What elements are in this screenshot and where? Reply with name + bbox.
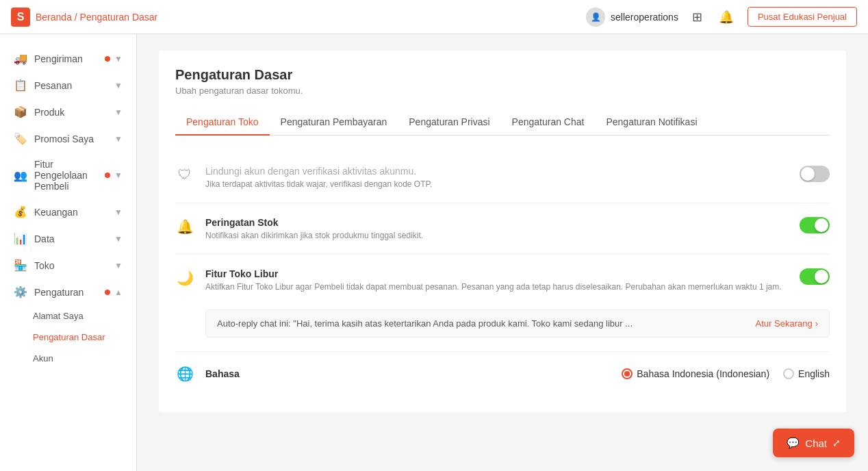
toggle-track [800, 217, 830, 233]
sidebar-item-alamat[interactable]: Alamat Saya [0, 305, 136, 327]
finance-icon: 💰 [14, 205, 27, 218]
setting-stok: 🔔 Peringatan Stok Notifikasi akan dikiri… [175, 203, 830, 255]
setting-title: Fitur Toko Libur [205, 268, 789, 279]
chevron-down-icon: ▼ [114, 207, 123, 217]
sidebar-item-label: Pengaturan [34, 287, 84, 298]
auto-reply-box: Auto-reply chat ini: "Hai, terima kasih … [205, 309, 830, 338]
radio-circle [622, 368, 633, 379]
orders-icon: 📋 [14, 79, 27, 92]
toggle-thumb [801, 167, 815, 181]
sidebar-item-produk[interactable]: 📦 Produk ▼ [0, 99, 136, 125]
toggle-thumb [815, 218, 828, 232]
sidebar-item-label: Fitur Pengelolaan Pembeli [34, 159, 105, 192]
avatar: 👤 [586, 8, 605, 27]
product-icon: 📦 [14, 105, 27, 118]
grid-icon-button[interactable]: ⊞ [689, 7, 705, 27]
setting-description: Notifikasi akan dikirimkan jika stok pro… [205, 231, 789, 240]
sidebar-item-label: Pengiriman [34, 53, 83, 64]
sidebar-item-label: Pesanan [34, 80, 72, 91]
buyer-mgmt-icon: 👥 [14, 169, 27, 182]
chevron-down-icon: ▼ [114, 107, 123, 117]
sidebar-item-keuangan[interactable]: 💰 Keuangan ▼ [0, 199, 136, 225]
setting-libur: 🌙 Fitur Toko Libur Aktifkan Fitur Toko L… [175, 255, 830, 352]
moon-icon: 🌙 [175, 270, 194, 286]
page-layout: 🚚 Pengiriman ▼ 📋 Pesanan ▼ 📦 Produk ▼ [0, 34, 868, 471]
chevron-down-icon: ▼ [114, 81, 123, 90]
notification-bell-button[interactable]: 🔔 [716, 7, 737, 27]
setting-description: Aktifkan Fitur Toko Libur agar Pembeli t… [205, 282, 789, 292]
notification-dot [105, 173, 110, 178]
tab-pengaturan-toko[interactable]: Pengaturan Toko [175, 110, 270, 136]
libur-toggle[interactable] [800, 268, 830, 285]
chat-button[interactable]: 💬 Chat ⤢ [773, 429, 854, 457]
sidebar-item-akun[interactable]: Akun [0, 348, 136, 369]
sidebar-item-data[interactable]: 📊 Data ▼ [0, 225, 136, 252]
data-icon: 📊 [14, 232, 27, 245]
sidebar-item-label: Keuangan [34, 207, 78, 218]
setting-title: Peringatan Stok [205, 217, 789, 228]
setting-verifikasi: 🛡 Lindungi akun dengan verifikasi aktivi… [175, 152, 830, 203]
breadcrumb-home[interactable]: Beranda [36, 12, 72, 23]
sidebar-item-pengiriman[interactable]: 🚚 Pengiriman ▼ [0, 45, 136, 72]
chevron-down-icon: ▼ [114, 234, 123, 244]
language-option-id[interactable]: Bahasa Indonesia (Indonesian) [622, 368, 769, 379]
sidebar-item-promosi[interactable]: 🏷️ Promosi Saya ▼ [0, 125, 136, 152]
tab-pengaturan-chat[interactable]: Pengaturan Chat [501, 110, 596, 136]
sidebar-item-fitur[interactable]: 👥 Fitur Pengelolaan Pembeli ▼ [0, 152, 136, 199]
expand-icon: ⤢ [832, 437, 841, 448]
tab-pengaturan-privasi[interactable]: Pengaturan Privasi [398, 110, 500, 136]
auto-reply-text: Auto-reply chat ini: "Hai, terima kasih … [217, 318, 756, 329]
tab-pengaturan-notifikasi[interactable]: Pengaturan Notifikasi [595, 110, 708, 136]
shopee-logo: S [11, 8, 30, 27]
user-profile[interactable]: 👤 selleroperations [586, 8, 678, 27]
sidebar-item-pengaturan-dasar[interactable]: Pengaturan Dasar [0, 327, 136, 348]
chevron-right-icon: › [815, 318, 818, 329]
chevron-down-icon: ▼ [114, 54, 123, 64]
chevron-down-icon: ▼ [114, 134, 123, 144]
truck-icon: 🚚 [14, 52, 27, 65]
content-card: Pengaturan Dasar Ubah pengaturan dasar t… [159, 51, 846, 412]
stok-toggle[interactable] [800, 217, 830, 233]
toggle-track [800, 268, 830, 285]
toggle-thumb [815, 270, 828, 283]
sidebar-item-pesanan[interactable]: 📋 Pesanan ▼ [0, 72, 136, 99]
nav-left: S Beranda / Pengaturan Dasar [11, 8, 157, 27]
education-center-button[interactable]: Pusat Edukasi Penjual [748, 7, 857, 27]
shop-icon: 🏪 [14, 259, 27, 272]
notification-dot [105, 290, 110, 295]
page-title: Pengaturan Dasar [175, 67, 830, 83]
tab-pengaturan-pembayaran[interactable]: Pengaturan Pembayaran [270, 110, 398, 136]
main-content: Pengaturan Dasar Ubah pengaturan dasar t… [137, 34, 868, 471]
sidebar: 🚚 Pengiriman ▼ 📋 Pesanan ▼ 📦 Produk ▼ [0, 34, 137, 471]
sidebar-item-label: Produk [34, 107, 64, 118]
shield-icon: 🛡 [175, 167, 194, 183]
promo-icon: 🏷️ [14, 132, 27, 145]
sidebar-item-label: Toko [34, 260, 55, 271]
radio-dot [624, 371, 630, 377]
sidebar-item-label: Data [34, 233, 55, 244]
notification-dot [105, 56, 110, 62]
language-label: Bahasa [205, 368, 611, 379]
settings-sub-menu: Alamat Saya Pengaturan Dasar Akun [0, 305, 136, 369]
language-option-label: English [798, 368, 830, 379]
language-option-en[interactable]: English [783, 368, 830, 379]
verifikasi-toggle[interactable] [800, 166, 830, 182]
sidebar-item-toko[interactable]: 🏪 Toko ▼ [0, 252, 136, 279]
language-option-label: Bahasa Indonesia (Indonesian) [637, 368, 769, 379]
settings-tabs: Pengaturan Toko Pengaturan Pembayaran Pe… [175, 110, 830, 136]
username: selleroperations [611, 12, 678, 23]
breadcrumb-sep: / [75, 12, 80, 23]
language-section: 🌐 Bahasa Bahasa Indonesia (Indonesian) E… [175, 352, 830, 396]
page-subtitle: Ubah pengaturan dasar tokomu. [175, 86, 830, 96]
setting-title: Lindungi akun dengan verifikasi aktivita… [205, 166, 789, 177]
nav-right: 👤 selleroperations ⊞ 🔔 Pusat Edukasi Pen… [586, 7, 857, 27]
sidebar-item-label: Promosi Saya [34, 133, 94, 144]
atur-sekarang-link[interactable]: Atur Sekarang › [756, 318, 818, 329]
chevron-down-icon: ▼ [114, 261, 123, 270]
radio-circle [783, 368, 794, 379]
setting-description: Jika terdapat aktivitas tidak wajar, ver… [205, 179, 789, 189]
toggle-track [800, 166, 830, 182]
sidebar-item-pengaturan[interactable]: ⚙️ Pengaturan ▲ [0, 279, 136, 305]
top-navigation: S Beranda / Pengaturan Dasar 👤 sellerope… [0, 0, 868, 34]
bell-icon: 🔔 [175, 218, 194, 235]
